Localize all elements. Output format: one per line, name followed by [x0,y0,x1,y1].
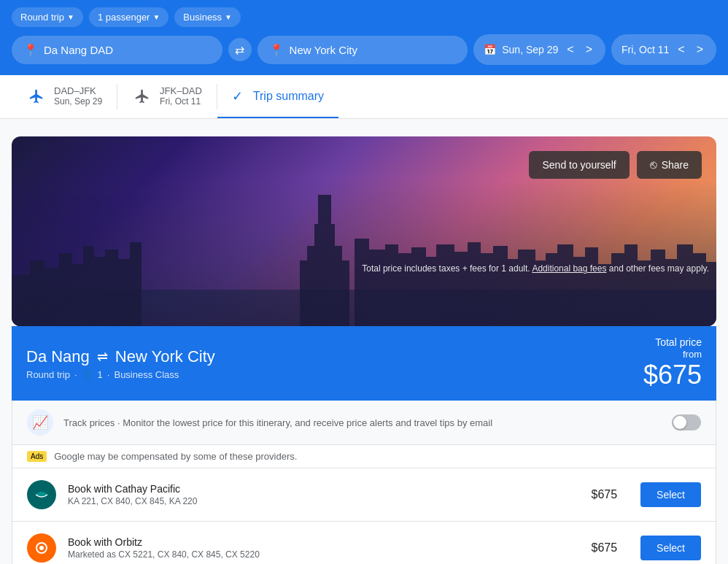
hero-section: Send to yourself ⎋ Share Total price inc… [12,136,716,326]
cathay-price: $675 [591,488,617,501]
origin-field[interactable]: 📍 Da Nang DAD [12,36,222,64]
skyline-svg [12,180,716,326]
orbitz-info: Book with Orbitz Marketed as CX 5221, CX… [68,536,579,560]
trip-price: Total price from $675 [643,336,702,390]
orbitz-select-button[interactable]: Select [640,536,701,560]
cathay-name: Book with Cathay Pacific [68,483,579,495]
send-btn-label: Send to yourself [542,159,616,171]
origin-city: Da Nang [26,347,90,366]
outbound-route: DAD–JFK [54,85,102,96]
orbitz-price: $675 [591,541,617,555]
toggle-knob [673,416,686,429]
trip-route-heading: Da Nang ⇌ New York City [26,347,215,366]
swap-icon: ⇄ [235,43,244,57]
tab-summary[interactable]: ✓ Trip summary [217,75,338,118]
send-to-yourself-button[interactable]: Send to yourself [529,151,629,179]
summary-label: Trip summary [253,90,324,103]
svg-point-48 [39,546,44,550]
return-route: JFK–DAD [160,85,202,96]
cathay-info: Book with Cathay Pacific KA 221, CX 840,… [68,483,579,506]
outbound-plane-icon [26,86,47,107]
price-notice2-text: and other fees may apply. [609,263,709,274]
share-icon: ⎋ [650,158,657,171]
bag-fees-link[interactable]: Additional bag fees [532,263,606,274]
ads-text: Google may be compensated by some of the… [54,451,297,462]
svg-rect-44 [12,180,716,326]
share-btn-label: Share [662,159,689,171]
search-row: 📍 Da Nang DAD ⇄ 📍 New York City 📅 Sun, S… [12,34,716,65]
total-price-amount: $675 [643,360,702,390]
dest-city: New York City [115,347,215,366]
trip-type-arrow: ▼ [67,13,74,21]
cathay-select-button[interactable]: Select [640,482,701,507]
meta-dot: · [74,369,77,380]
destination-text: New York City [290,44,357,56]
person-icon: 👤 [82,369,93,380]
booking-list: 📈 Track prices · Monitor the lowest pric… [12,401,716,564]
depart-date-text: Sun, Sep 29 [502,44,558,55]
total-label-text: Total price [655,336,702,348]
swap-button[interactable]: ⇄ [228,38,252,61]
meta-dot2: · [107,369,110,380]
cathay-logo-svg [30,483,53,506]
trip-meta: Round trip · 👤 1 · Business Class [26,369,215,380]
tab-outbound-info: DAD–JFK Sun, Sep 29 [54,85,102,107]
orbitz-sub: Marketed as CX 5221, CX 840, CX 845, CX … [68,549,579,560]
checkmark-icon: ✓ [232,88,243,104]
depart-prev-btn[interactable]: < [564,42,576,58]
cabin-btn[interactable]: Business ▼ [174,7,241,27]
ads-row: Ads Google may be compensated by some of… [12,445,716,468]
orbitz-logo-svg [30,536,53,560]
trip-type-label: Round trip [20,12,64,23]
cathay-logo [27,480,56,509]
header: Round trip ▼ 1 passenger ▼ Business ▼ 📍 … [0,0,728,75]
tab-outbound[interactable]: DAD–JFK Sun, Sep 29 [12,75,117,118]
booking-row-cathay: Book with Cathay Pacific KA 221, CX 840,… [12,468,716,522]
tab-return[interactable]: JFK–DAD Fri, Oct 11 [117,75,217,118]
return-prev-btn[interactable]: < [675,42,687,58]
return-next-btn[interactable]: > [694,42,706,58]
location-icon: 📍 [23,43,38,57]
flight-tabs: DAD–JFK Sun, Sep 29 JFK–DAD Fri, Oct 11 … [0,75,728,119]
depart-date-field[interactable]: 📅 Sun, Sep 29 < > [473,34,605,65]
orbitz-name: Book with Orbitz [68,536,579,548]
track-prices-row: 📈 Track prices · Monitor the lowest pric… [12,401,716,445]
booking-row-orbitz: Book with Orbitz Marketed as CX 5221, CX… [12,522,716,564]
cabin-label: Business [183,12,222,23]
dest-location-icon: 📍 [269,43,284,57]
share-button[interactable]: ⎋ Share [637,151,702,179]
return-date-text: Fri, Oct 11 [621,44,669,55]
meta-passengers: 1 [98,369,103,380]
return-plane-icon [132,86,152,107]
trip-info-bar: Da Nang ⇌ New York City Round trip · 👤 1… [12,326,716,401]
track-icon: 📈 [27,409,53,436]
price-notice-text: Total price includes taxes + fees for 1 … [362,263,530,274]
cathay-sub: KA 221, CX 840, CX 845, KA 220 [68,496,579,506]
origin-text: Da Nang DAD [44,44,113,56]
chart-icon: 📈 [32,414,48,430]
cabin-arrow: ▼ [225,13,232,21]
price-notice: Total price includes taxes + fees for 1 … [362,263,709,274]
trip-type-btn[interactable]: Round trip ▼ [12,7,83,27]
ads-badge: Ads [27,451,47,462]
calendar-icon: 📅 [484,44,496,55]
meta-cabin: Business Class [114,369,179,380]
passengers-label: 1 passenger [98,12,150,23]
orbitz-logo [27,533,56,563]
outbound-date: Sun, Sep 29 [54,96,102,107]
passengers-btn[interactable]: 1 passenger ▼ [89,7,169,27]
top-controls: Round trip ▼ 1 passenger ▼ Business ▼ [12,7,716,27]
passengers-arrow: ▼ [152,13,160,21]
tab-return-info: JFK–DAD Fri, Oct 11 [160,85,202,107]
trip-route: Da Nang ⇌ New York City Round trip · 👤 1… [26,347,215,380]
depart-next-btn[interactable]: > [583,42,595,58]
route-arrow: ⇌ [97,349,108,365]
return-date-field[interactable]: Fri, Oct 11 < > [611,34,716,65]
total-label: Total price from [643,336,702,360]
track-text: Track prices · Monitor the lowest price … [63,417,662,428]
track-toggle[interactable] [672,414,701,430]
return-date: Fri, Oct 11 [160,96,202,107]
destination-field[interactable]: 📍 New York City [257,36,468,64]
hero-actions: Send to yourself ⎋ Share [529,151,702,179]
meta-trip-type: Round trip [26,369,70,380]
